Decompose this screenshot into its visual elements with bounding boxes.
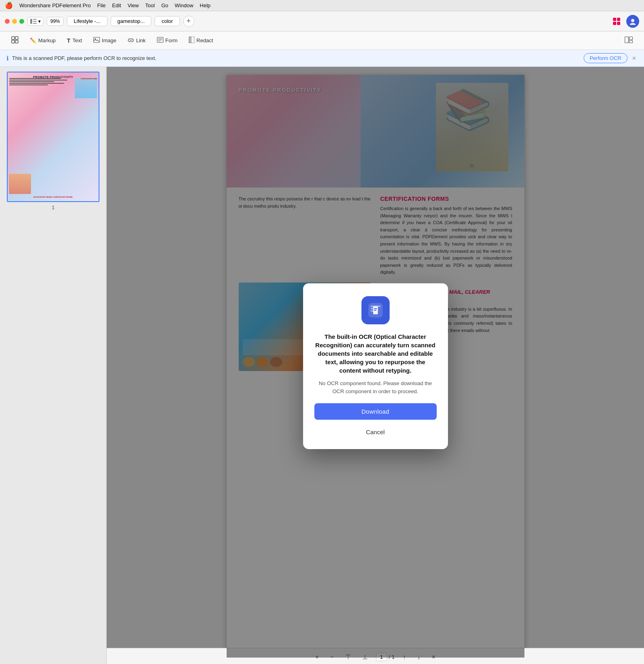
image-button[interactable]: Image	[89, 35, 121, 46]
svg-rect-6	[613, 22, 616, 25]
pdf-page: 📚 📚 PROMOTE PRODUCTIVITY The cscrutiny t…	[227, 75, 524, 658]
close-window-button[interactable]	[5, 19, 10, 24]
zoom-selector[interactable]: 99%	[47, 17, 64, 26]
new-tab-button[interactable]: +	[183, 16, 194, 27]
organize-button[interactable]	[6, 34, 23, 47]
maximize-window-button[interactable]	[19, 19, 24, 24]
menu-view[interactable]: View	[128, 2, 139, 8]
svg-rect-7	[617, 22, 620, 25]
tab-lifestyle[interactable]: Lifestyle -...	[67, 16, 107, 26]
ocr-notice-bar: ℹ This is a scanned PDF, please perform …	[0, 50, 644, 67]
sidebar-toggle-chevron: ▾	[38, 19, 41, 24]
svg-point-8	[631, 19, 634, 22]
svg-rect-0	[30, 19, 32, 24]
form-button[interactable]: Form	[152, 35, 182, 46]
tab-gamestop[interactable]: gamestop...	[111, 16, 152, 26]
markup-button[interactable]: ✏️ Markup	[25, 35, 60, 45]
modal-description: No OCR component found. Please download …	[314, 379, 437, 395]
svg-rect-12	[12, 40, 14, 43]
svg-rect-11	[15, 37, 18, 39]
text-button[interactable]: T Text	[62, 35, 87, 46]
svg-rect-2	[33, 21, 37, 22]
image-label: Image	[102, 37, 116, 43]
organize-icon	[11, 36, 19, 45]
svg-rect-23	[630, 37, 633, 40]
svg-rect-24	[630, 41, 633, 43]
content-area: 📚 📚 PROMOTE PRODUCTIVITY The cscrutiny t…	[107, 67, 644, 664]
ocr-notice-text: This is a scanned PDF, please perform OC…	[12, 55, 580, 61]
svg-rect-1	[33, 19, 37, 20]
menu-go[interactable]: Go	[161, 2, 168, 8]
ocr-notice-close-button[interactable]: ×	[631, 55, 638, 62]
menu-tool[interactable]: Tool	[145, 2, 155, 8]
link-icon	[128, 37, 134, 43]
svg-point-9	[630, 23, 636, 25]
toolbar: ▾ 99% Lifestyle -... gamestop... color +	[0, 11, 644, 31]
svg-rect-22	[625, 37, 629, 43]
form-icon	[157, 37, 163, 44]
svg-rect-10	[12, 37, 14, 39]
modal-app-icon	[361, 296, 390, 324]
redact-button[interactable]: Redact	[184, 35, 218, 46]
modal-download-button[interactable]: Download	[314, 403, 437, 420]
traffic-lights	[5, 19, 24, 24]
svg-rect-5	[617, 18, 620, 21]
svg-point-15	[95, 38, 96, 39]
svg-rect-13	[15, 40, 18, 43]
markup-icon: ✏️	[30, 37, 36, 43]
app-name: Wondershare PDFelement Pro	[19, 2, 91, 8]
svg-rect-21	[189, 37, 192, 43]
redact-label: Redact	[196, 37, 213, 43]
markup-label: Markup	[38, 37, 56, 43]
svg-rect-3	[33, 23, 37, 24]
redact-icon	[189, 37, 194, 44]
main-area: PROMOTE PRODUCTIVITY CERTIFICATION FORMS…	[0, 67, 644, 664]
menubar: 🍎 Wondershare PDFelement Pro File Edit V…	[0, 0, 644, 11]
menu-help[interactable]: Help	[200, 2, 211, 8]
menu-edit[interactable]: Edit	[112, 2, 121, 8]
modal-cancel-button[interactable]: Cancel	[314, 425, 437, 439]
modal-title: The built-in OCR (Optical Character Reco…	[314, 332, 437, 375]
form-label: Form	[165, 37, 178, 43]
svg-rect-4	[613, 18, 616, 21]
menu-file[interactable]: File	[97, 2, 106, 8]
edit-toolbar: ✏️ Markup T Text Image Link Form Redact	[0, 31, 644, 50]
sidebar: PROMOTE PRODUCTIVITY CERTIFICATION FORMS…	[0, 67, 107, 664]
link-label: Link	[136, 37, 146, 43]
user-avatar[interactable]	[626, 15, 639, 28]
apple-menu[interactable]: 🍎	[5, 2, 13, 9]
view-toggle-icon	[625, 37, 633, 44]
tabs-grid-button[interactable]	[610, 15, 623, 28]
info-icon: ℹ	[6, 55, 9, 62]
text-label: Text	[72, 37, 82, 43]
minimize-window-button[interactable]	[12, 19, 17, 24]
modal-overlay: The built-in OCR (Optical Character Reco…	[227, 75, 524, 658]
link-button[interactable]: Link	[123, 35, 151, 45]
sidebar-toggle-button[interactable]: ▾	[27, 17, 43, 26]
page-number: 1	[52, 204, 54, 210]
text-icon: T	[67, 37, 70, 44]
view-toggle-button[interactable]	[620, 35, 638, 46]
menu-window[interactable]: Window	[175, 2, 193, 8]
perform-ocr-button[interactable]: Perform OCR	[584, 53, 627, 63]
tab-color[interactable]: color	[155, 16, 180, 26]
page-thumbnail[interactable]: PROMOTE PRODUCTIVITY CERTIFICATION FORMS…	[7, 72, 99, 202]
ocr-download-modal: The built-in OCR (Optical Character Reco…	[303, 283, 448, 449]
image-icon	[93, 37, 100, 44]
